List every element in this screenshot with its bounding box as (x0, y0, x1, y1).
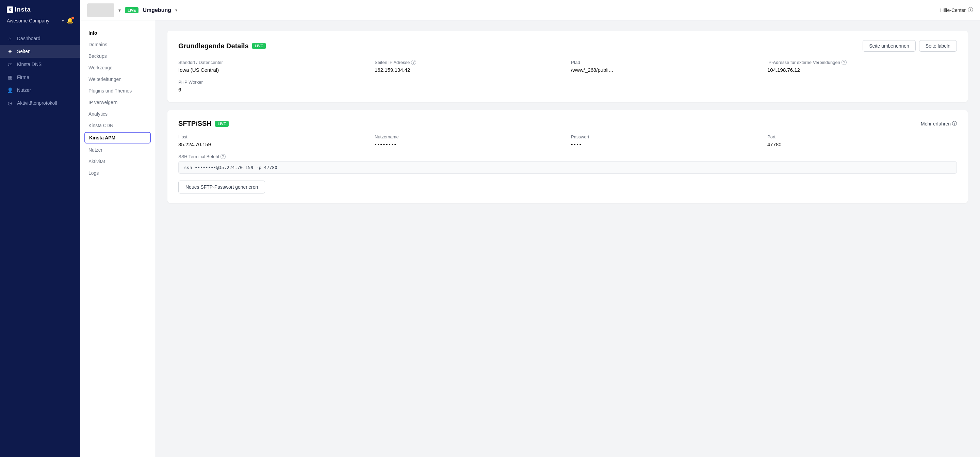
company-name: Awesome Company (7, 18, 59, 24)
generate-password-button[interactable]: Neues SFTP-Passwort generieren (178, 181, 265, 194)
sub-nav-weiterleitungen[interactable]: Weiterleitungen (80, 73, 155, 85)
host-label: Host (178, 134, 368, 140)
sub-nav-werkzeuge[interactable]: Werkzeuge (80, 62, 155, 73)
sidebar-item-firma[interactable]: ▦ Firma (0, 71, 80, 84)
kinsta-logo: K insta (0, 0, 80, 14)
passwort-field: Passwort •••• (571, 134, 760, 147)
ext-ip-field: IP-Adresse für externe Verbindungen ? 10… (767, 60, 957, 73)
topbar-right: Hilfe-Center ⓘ (940, 6, 973, 14)
card-actions: Seite umbenennen Seite labeln (862, 40, 957, 52)
ext-ip-value: 104.198.76.12 (767, 67, 957, 73)
label-button[interactable]: Seite labeln (919, 40, 957, 52)
ssh-command-value: ssh ••••••••@35.224.70.159 -p 47780 (178, 161, 957, 174)
nutzername-value: •••••••• (375, 141, 564, 147)
sub-nav-backups[interactable]: Backups (80, 50, 155, 62)
main-wrapper: ▾ LIVE Umgebung ▾ Hilfe-Center ⓘ Info Do… (80, 0, 980, 457)
ip-label: Seiten IP Adresse ? (375, 60, 564, 65)
site-chevron-icon[interactable]: ▾ (118, 8, 121, 13)
details-live-badge: LIVE (252, 43, 266, 49)
host-field: Host 35.224.70.159 (178, 134, 368, 147)
passwort-label: Passwort (571, 134, 760, 140)
logo-word: insta (14, 6, 30, 13)
ssh-label: SSH Terminal Befehl ? (178, 154, 957, 159)
help-center-link[interactable]: Hilfe-Center (940, 8, 966, 13)
sub-nav-logs[interactable]: Logs (80, 167, 155, 179)
ssh-command-field: SSH Terminal Befehl ? ssh ••••••••@35.22… (178, 154, 957, 174)
sub-nav-analytics[interactable]: Analytics (80, 108, 155, 120)
card-title-row: Grundlegende Details LIVE (178, 42, 266, 50)
seiten-icon: ◈ (7, 48, 13, 54)
php-label: PHP Worker (178, 79, 957, 85)
php-worker-field: PHP Worker 6 (178, 79, 957, 92)
sftp-title-row: SFTP/SSH LIVE (178, 120, 229, 127)
php-value: 6 (178, 87, 957, 92)
host-value: 35.224.70.159 (178, 141, 368, 147)
ip-field: Seiten IP Adresse ? 162.159.134.42 (375, 60, 564, 73)
aktivitaet-icon: ◷ (7, 100, 13, 106)
sidebar-item-dashboard[interactable]: ⌂ Dashboard (0, 32, 80, 45)
notification-bell[interactable]: 🔔 (67, 17, 73, 24)
sub-nav-info[interactable]: Info (80, 27, 155, 39)
env-label: Umgebung (143, 7, 171, 13)
topbar: ▾ LIVE Umgebung ▾ Hilfe-Center ⓘ (80, 0, 980, 21)
pfad-label: Pfad (571, 60, 760, 65)
live-badge: LIVE (125, 7, 138, 13)
sub-nav-kinsta-cdn[interactable]: Kinsta CDN (80, 120, 155, 131)
sub-nav-ip-verweigern[interactable]: IP verweigern (80, 97, 155, 108)
content-area: Grundlegende Details LIVE Seite umbenenn… (155, 21, 980, 457)
company-chevron-icon: ▾ (62, 18, 64, 23)
standort-value: Iowa (US Central) (178, 67, 368, 73)
sftp-live-badge: LIVE (215, 121, 229, 127)
body-area: Info Domains Backups Werkzeuge Weiterlei… (80, 21, 980, 457)
passwort-value: •••• (571, 141, 760, 147)
nutzername-label: Nutzername (375, 134, 564, 140)
sub-nav-plugins[interactable]: Plugins und Themes (80, 85, 155, 97)
sidebar-item-label: Dashboard (17, 36, 40, 41)
info-grid: Standort / Datencenter Iowa (US Central)… (178, 60, 957, 73)
company-row[interactable]: Awesome Company ▾ 🔔 (0, 14, 80, 29)
sidebar-item-nutzer[interactable]: 👤 Nutzer (0, 84, 80, 97)
sidebar-item-label: Kinsta DNS (17, 62, 41, 67)
card-title: Grundlegende Details (178, 42, 249, 50)
card-header: Grundlegende Details LIVE Seite umbenenn… (178, 40, 957, 52)
ip-help-icon[interactable]: ? (411, 60, 416, 65)
sidebar-item-label: Nutzer (17, 87, 31, 93)
sftp-header: SFTP/SSH LIVE Mehr erfahren ⓘ (178, 120, 957, 127)
ext-ip-label: IP-Adresse für externe Verbindungen ? (767, 60, 957, 65)
rename-button[interactable]: Seite umbenennen (862, 40, 916, 52)
sub-nav-nutzer[interactable]: Nutzer (80, 144, 155, 156)
site-thumbnail (87, 3, 115, 17)
sftp-grid: Host 35.224.70.159 Nutzername •••••••• P… (178, 134, 957, 147)
mehr-erfahren-icon: ⓘ (952, 121, 957, 127)
ip-value: 162.159.134.42 (375, 67, 564, 73)
nutzername-field: Nutzername •••••••• (375, 134, 564, 147)
main-nav: ⌂ Dashboard ◈ Seiten ⇄ Kinsta DNS ▦ Firm… (0, 29, 80, 112)
pfad-field: Pfad /www/_268/publi… (571, 60, 760, 73)
sub-nav-aktivitaet[interactable]: Aktivität (80, 156, 155, 167)
firma-icon: ▦ (7, 74, 13, 80)
sftp-title: SFTP/SSH (178, 120, 212, 127)
port-label: Port (767, 134, 957, 140)
sidebar-item-seiten[interactable]: ◈ Seiten (0, 45, 80, 58)
nutzer-icon: 👤 (7, 87, 13, 93)
sub-nav-domains[interactable]: Domains (80, 39, 155, 50)
sidebar: K insta Awesome Company ▾ 🔔 ⌂ Dashboard … (0, 0, 80, 457)
ext-ip-help-icon[interactable]: ? (842, 60, 846, 65)
sftp-ssh-card: SFTP/SSH LIVE Mehr erfahren ⓘ Host 35.22… (167, 110, 968, 203)
mehr-erfahren-link[interactable]: Mehr erfahren ⓘ (921, 121, 957, 127)
sidebar-item-kinsta-dns[interactable]: ⇄ Kinsta DNS (0, 58, 80, 71)
sidebar-item-label: Aktivitätenprotokoll (17, 100, 57, 106)
notification-dot (72, 17, 74, 19)
dashboard-icon: ⌂ (7, 35, 13, 41)
sub-nav-kinsta-apm[interactable]: Kinsta APM (84, 132, 151, 143)
pfad-value: /www/_268/publi… (571, 67, 760, 73)
logo-box-k: K (7, 6, 13, 13)
dns-icon: ⇄ (7, 61, 13, 67)
grundlegende-details-card: Grundlegende Details LIVE Seite umbenenn… (167, 30, 968, 102)
help-icon: ⓘ (968, 6, 973, 14)
env-chevron-icon[interactable]: ▾ (175, 8, 177, 13)
sidebar-item-aktivitaet[interactable]: ◷ Aktivitätenprotokoll (0, 97, 80, 109)
sidebar-item-label: Seiten (17, 49, 30, 54)
ssh-help-icon[interactable]: ? (221, 154, 226, 159)
port-field: Port 47780 (767, 134, 957, 147)
